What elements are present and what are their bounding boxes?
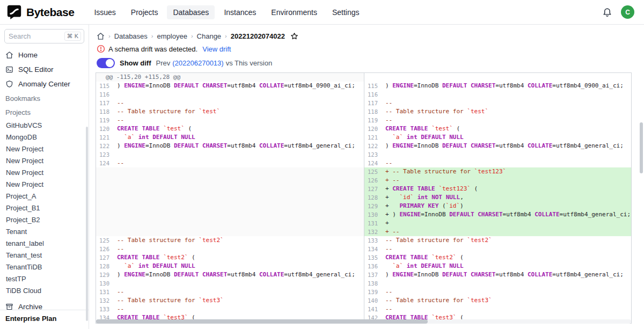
diff-line: 121 `a` int DEFAULT NULL	[96, 133, 364, 142]
sidebar-project-item[interactable]: New Project	[0, 143, 89, 155]
breadcrumb-databases[interactable]: Databases	[114, 32, 148, 40]
nav-item-settings[interactable]: Settings	[326, 5, 365, 19]
sidebar-project-item[interactable]: TenantTiDB	[0, 261, 89, 273]
diff-added-line: 128+ `id` int NOT NULL,	[364, 193, 631, 202]
diff-line: 135CREATE TABLE `test2` (	[364, 253, 631, 262]
search-input[interactable]	[9, 32, 58, 40]
sidebar-item-home[interactable]: Home	[0, 48, 89, 62]
alert-text: A schema drift was detected.	[108, 45, 197, 53]
diff-line: 126--	[96, 245, 364, 253]
diff-line	[96, 193, 364, 202]
diff-line: 127CREATE TABLE `test2` (	[96, 253, 364, 262]
home-icon	[5, 51, 13, 59]
top-navbar: Bytebase Issues Projects Databases Insta…	[0, 0, 644, 25]
brand-name: Bytebase	[26, 6, 74, 19]
nav-item-environments[interactable]: Environments	[265, 5, 323, 19]
diff-horizontal-scrollbar-thumb[interactable]	[96, 319, 428, 324]
diff-line: 121 `a` int DEFAULT NULL	[364, 133, 631, 142]
breadcrumb-version-current: 20221202074022	[231, 32, 285, 40]
diff-pane-right: 115) ENGINE=InnoDB DEFAULT CHARSET=utf8m…	[364, 73, 631, 323]
diff-line: 119--	[96, 116, 364, 125]
sidebar-section-projects[interactable]: Projects	[0, 105, 89, 119]
sidebar-item-anomaly-center[interactable]: Anomaly Center	[0, 77, 89, 91]
main-nav: Issues Projects Databases Instances Envi…	[88, 5, 365, 19]
sidebar-section-bookmarks[interactable]: Bookmarks	[0, 91, 89, 105]
prev-version-link[interactable]: (202206270013)	[172, 59, 223, 67]
diff-line	[96, 202, 364, 210]
diff-added-line: 125+ -- Table structure for `test123`	[364, 167, 631, 176]
show-diff-toggle[interactable]	[97, 58, 115, 68]
diff-line: 125-- Table structure for `test2`	[96, 236, 364, 245]
breadcrumb-separator: ›	[191, 33, 193, 39]
diff-line: 122) ENGINE=InnoDB DEFAULT CHARSET=utf8m…	[364, 142, 631, 150]
sidebar-project-item[interactable]: Tenant	[0, 225, 89, 237]
diff-line: 131--	[96, 288, 364, 296]
diff-line	[364, 73, 631, 82]
sidebar-project-item[interactable]: New Project	[0, 155, 89, 166]
diff-line: 116	[96, 90, 364, 99]
sidebar-project-item[interactable]: tenant_label	[0, 237, 89, 249]
nav-item-projects[interactable]: Projects	[125, 5, 164, 19]
diff-line: 136 `a` int DEFAULT NULL	[364, 262, 631, 270]
diff-line: 122) ENGINE=InnoDB DEFAULT CHARSET=utf8m…	[96, 142, 364, 150]
project-list: GitHubVCSMongoDBNew ProjectNew ProjectNe…	[0, 119, 89, 296]
diff-added-line: 129+ PRIMARY KEY (`id`)	[364, 202, 631, 210]
diff-line: 115) ENGINE=InnoDB DEFAULT CHARSET=utf8m…	[364, 82, 631, 90]
diff-hunk-header: @@ -115,20 +115,28 @@	[96, 73, 364, 82]
diff-line: 138	[364, 279, 631, 288]
diff-line: 134--	[364, 245, 631, 253]
sidebar-project-item[interactable]: Project_B1	[0, 202, 89, 214]
notification-bell-icon[interactable]	[602, 7, 612, 17]
diff-line	[96, 219, 364, 228]
diff-line: 132-- Table structure for `test3`	[96, 296, 364, 305]
nav-item-instances[interactable]: Instances	[218, 5, 262, 19]
diff-added-line: 126+ --	[364, 176, 631, 185]
main-content: › Databases › employee › Change › 202212…	[89, 25, 644, 329]
diff-added-line: 131+	[364, 219, 631, 228]
diff-line: 128 `a` int DEFAULT NULL	[96, 262, 364, 270]
bytebase-logo[interactable]: Bytebase	[6, 4, 74, 20]
diff-line	[96, 210, 364, 219]
view-drift-link[interactable]: View drift	[202, 45, 231, 53]
breadcrumb-separator: ›	[225, 33, 227, 39]
sidebar-project-item[interactable]: Project_A	[0, 190, 89, 202]
schema-drift-alert: A schema drift was detected. View drift	[97, 43, 644, 55]
prev-label: Prev	[156, 59, 171, 67]
search-box: ⌘ K	[4, 29, 84, 43]
sidebar-project-item[interactable]: TiDB Cloud	[0, 284, 89, 296]
diff-line: 141--	[364, 305, 631, 313]
sidebar-project-item[interactable]: testTP	[0, 273, 89, 284]
sidebar-project-item[interactable]: New Project	[0, 166, 89, 178]
breadcrumb-employee[interactable]: employee	[157, 32, 187, 40]
sidebar-item-sql-editor[interactable]: SQL Editor	[0, 62, 89, 77]
diff-added-line: 132+ --	[364, 228, 631, 236]
diff-line: 119--	[364, 116, 631, 125]
breadcrumb-separator: ›	[108, 33, 111, 39]
sidebar-project-item[interactable]: New Project	[0, 178, 89, 190]
diff-line: 120CREATE TABLE `test` (	[364, 125, 631, 133]
user-avatar[interactable]: C	[621, 5, 634, 19]
diff-viewer: @@ -115,20 +115,28 @@115) ENGINE=InnoDB …	[96, 72, 632, 324]
bookmark-star-icon[interactable]	[290, 32, 298, 40]
diff-line: 116	[364, 90, 631, 99]
enterprise-plan-label: Enterprise Plan	[0, 310, 89, 329]
sidebar-project-item[interactable]: GitHubVCS	[0, 119, 89, 131]
breadcrumb-change[interactable]: Change	[197, 32, 222, 40]
sidebar-project-item[interactable]: MongoDB	[0, 131, 89, 143]
nav-item-databases[interactable]: Databases	[167, 5, 215, 19]
diff-horizontal-scrollbar[interactable]	[96, 319, 631, 324]
diff-line	[96, 167, 364, 176]
diff-line: 120CREATE TABLE `test` (	[96, 125, 364, 133]
diff-line: 133--	[96, 305, 364, 313]
sidebar-project-item[interactable]: Project_B2	[0, 214, 89, 225]
diff-added-line: 130+ ) ENGINE=InnoDB DEFAULT CHARSET=utf…	[364, 210, 631, 219]
diff-line: 123	[364, 150, 631, 159]
nav-item-issues[interactable]: Issues	[88, 5, 121, 19]
breadcrumb-separator: ›	[151, 33, 153, 39]
breadcrumb-home-icon[interactable]	[97, 32, 105, 40]
window-vertical-scrollbar[interactable]	[640, 122, 643, 173]
sidebar-scrollbar[interactable]	[86, 127, 88, 321]
sidebar-project-item[interactable]: Tenant_test	[0, 249, 89, 261]
diff-line: 140-- Table structure for `test3`	[364, 296, 631, 305]
diff-line: 117--	[364, 99, 631, 107]
